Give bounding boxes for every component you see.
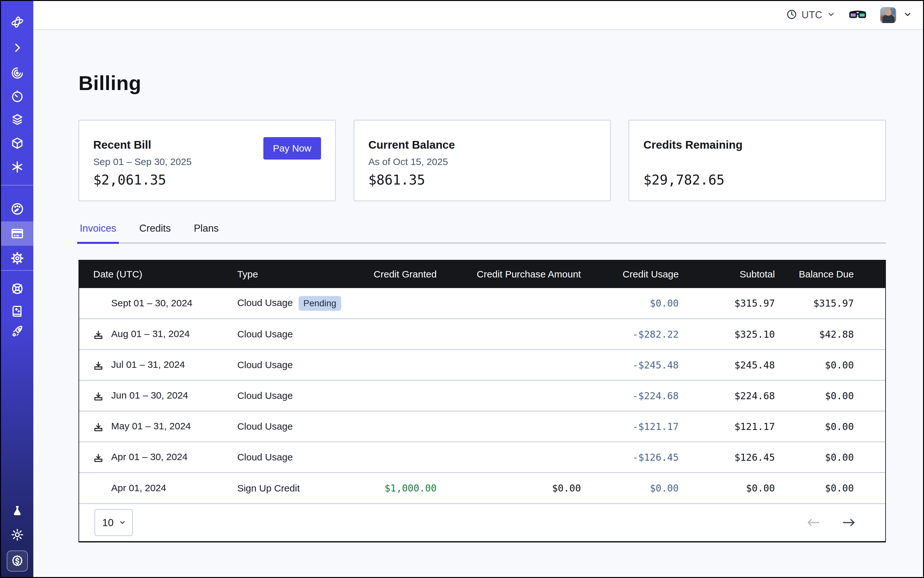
table-row: Jun 01 – 30, 2024 Cloud Usage -$224.68 $… [79, 380, 885, 411]
avatar [880, 7, 896, 23]
next-page-arrow-icon[interactable] [842, 518, 856, 528]
timer-icon[interactable] [1, 84, 33, 109]
pagination [806, 518, 856, 528]
subtotal-cell: $325.10 [679, 319, 775, 349]
logo-icon[interactable] [1, 10, 33, 34]
invoice-date-cell: Aug 01 – 31, 2024 [79, 319, 237, 349]
invoice-date-cell: Jul 01 – 31, 2024 [79, 349, 237, 380]
credit-purchase-cell: $0.00 [437, 472, 581, 503]
credit-usage-cell: -$245.48 [581, 349, 679, 380]
credit-usage-cell: -$282.22 [581, 319, 679, 349]
download-icon[interactable] [93, 330, 111, 340]
gauge-icon[interactable] [1, 197, 33, 221]
sidebar-divider [1, 270, 33, 271]
page-size-select[interactable]: 10 [94, 509, 133, 536]
chevron-down-icon [903, 10, 912, 20]
chevron-right-icon[interactable] [1, 36, 33, 60]
card-subtitle: As of Oct 15, 2025 [369, 156, 596, 167]
prev-page-arrow-icon[interactable] [806, 518, 820, 528]
credit-purchase-cell [437, 380, 581, 411]
balance-due-cell: $0.00 [775, 472, 885, 503]
balance-due-cell: $42.88 [775, 319, 885, 349]
table-row: Apr 01, 2024 Sign Up Credit $1,000.00 $0… [79, 472, 885, 503]
balance-due-cell: $0.00 [775, 349, 885, 380]
credits-remaining-card: Credits Remaining $29,782.65 [628, 120, 886, 201]
flask-icon[interactable] [1, 499, 33, 523]
main-content: Billing Recent Bill Sep 01 – Sep 30, 202… [33, 31, 923, 577]
credit-purchase-cell [437, 319, 581, 349]
credit-usage-cell: -$224.68 [581, 380, 679, 411]
credit-granted-cell [343, 411, 437, 442]
credit-granted-cell [343, 442, 437, 472]
credit-usage-cell: -$121.17 [581, 411, 679, 442]
asterisk-icon[interactable] [1, 155, 33, 179]
sidebar-divider [1, 185, 33, 185]
tab-credits[interactable]: Credits [138, 223, 172, 242]
gear-icon[interactable] [1, 246, 33, 270]
sun-icon[interactable] [1, 523, 33, 547]
timezone-label: UTC [802, 9, 822, 21]
col-credit-usage: Credit Usage [581, 260, 679, 288]
table-header: Date (UTC) Type Credit Granted Credit Pu… [79, 260, 885, 288]
card-title: Current Balance [369, 138, 596, 151]
credits-remaining-amount: $29,782.65 [643, 172, 724, 188]
sidebar [1, 1, 33, 577]
invoice-type: Cloud Usage [237, 390, 292, 401]
invoice-type: Cloud Usage [237, 421, 292, 432]
invoice-type-cell: Cloud Usage [237, 442, 343, 472]
table-row: May 01 – 31, 2024 Cloud Usage -$121.17 $… [79, 411, 885, 442]
invoice-date: Apr 01 – 30, 2024 [111, 451, 188, 462]
invoice-date-cell: Jun 01 – 30, 2024 [79, 380, 237, 411]
recent-bill-card: Recent Bill Sep 01 – Sep 30, 2025 $2,061… [78, 120, 336, 201]
chevron-down-icon [119, 519, 126, 526]
balance-due-cell: $0.00 [775, 380, 885, 411]
summary-cards: Recent Bill Sep 01 – Sep 30, 2025 $2,061… [78, 120, 886, 201]
subtotal-cell: $126.45 [679, 442, 775, 472]
credit-usage-cell: -$126.45 [581, 442, 679, 472]
sidebar-item-billing[interactable] [1, 221, 33, 246]
tab-plans[interactable]: Plans [193, 223, 220, 242]
card-title: Credits Remaining [643, 138, 871, 151]
invoice-date: May 01 – 31, 2024 [111, 421, 191, 431]
col-subtotal: Subtotal [679, 260, 775, 288]
credits-dollar-button[interactable] [1, 549, 33, 573]
chevron-down-icon [827, 10, 835, 20]
tab-invoices[interactable]: Invoices [78, 223, 118, 242]
invoice-type: Cloud Usage [237, 329, 292, 339]
page-title: Billing [78, 71, 141, 94]
table-row: Apr 01 – 30, 2024 Cloud Usage -$126.45 $… [79, 442, 885, 472]
balance-due-cell: $0.00 [775, 442, 885, 472]
user-menu[interactable] [880, 7, 912, 23]
download-icon[interactable] [93, 453, 111, 463]
credit-usage-cell: $0.00 [581, 472, 679, 503]
credit-purchase-cell [437, 442, 581, 472]
invoice-date: Sept 01 – 30, 2024 [111, 298, 193, 308]
invoice-table-body: Sept 01 – 30, 2024 Cloud UsagePending $0… [79, 288, 885, 503]
invoice-type: Sign Up Credit [237, 483, 300, 494]
download-icon[interactable] [93, 360, 111, 371]
invoice-type-cell: Cloud Usage [237, 411, 343, 442]
col-balance-due: Balance Due [775, 260, 885, 288]
pay-now-button[interactable]: Pay Now [263, 137, 321, 159]
credit-granted-cell [343, 319, 437, 349]
credit-usage-cell: $0.00 [581, 288, 679, 319]
layers-icon[interactable] [1, 107, 33, 132]
col-credit-granted: Credit Granted [343, 260, 437, 288]
rocket-icon[interactable] [1, 320, 33, 344]
topbar: UTC [33, 1, 923, 30]
download-icon[interactable] [93, 391, 111, 401]
wheel-icon[interactable] [1, 276, 33, 301]
timezone-selector[interactable]: UTC [786, 9, 835, 21]
balance-due-cell: $315.97 [775, 288, 885, 319]
credit-granted-cell: $1,000.00 [343, 472, 437, 503]
cube-icon[interactable] [1, 131, 33, 155]
download-icon[interactable] [93, 422, 111, 432]
invoice-date: Aug 01 – 31, 2024 [111, 328, 190, 339]
invoice-type: Cloud Usage [237, 297, 292, 308]
invoice-type-cell: Cloud Usage [237, 380, 343, 411]
3d-glasses-icon[interactable] [849, 9, 867, 21]
invoice-type-cell: Sign Up Credit [237, 472, 343, 503]
credit-granted-cell [343, 380, 437, 411]
live-spiral-icon[interactable] [1, 61, 33, 85]
invoice-type: Cloud Usage [237, 359, 292, 370]
